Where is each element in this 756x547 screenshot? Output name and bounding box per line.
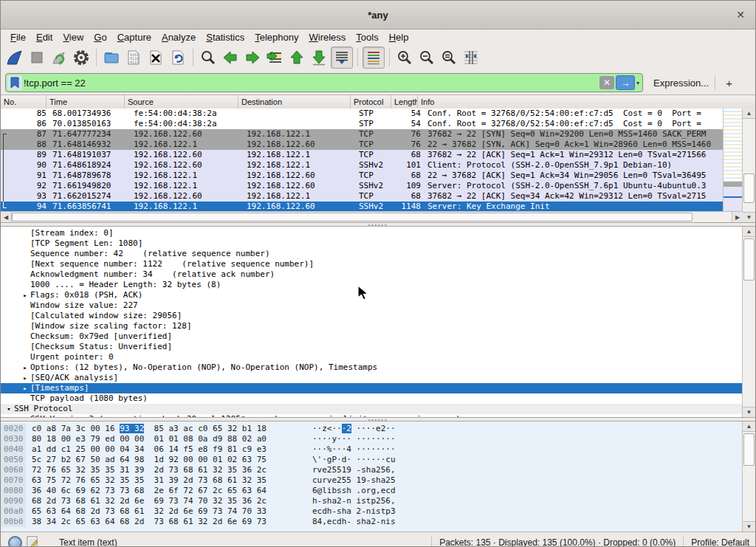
profile-status[interactable]: Profile: Default [691, 537, 749, 547]
hex-row-0080[interactable]: 008036 40 6c 69 62 73 73 68 2e 6f 72 67 … [1, 486, 743, 496]
scrollbar-thumb[interactable] [12, 213, 693, 221]
menu-go[interactable]: Go [89, 31, 111, 44]
column-header-protocol[interactable]: Protocol [351, 95, 391, 109]
find-packet-magnifier-icon[interactable] [198, 47, 219, 68]
hex-bytes[interactable]: 68 2d 73 68 61 32 2d 6e 69 73 74 70 32 3… [29, 496, 302, 506]
title-bar[interactable]: *any ✕ [1, 1, 755, 30]
scroll-right-icon[interactable]: ▶ [732, 212, 743, 222]
filter-clear-icon[interactable]: ✕ [599, 76, 614, 89]
detail-line[interactable]: ▸[Timestamps] [1, 383, 743, 393]
scroll-up-icon[interactable]: ▲ [743, 227, 755, 237]
hex-row-0030[interactable]: 003080 18 00 e3 79 ed 00 00 01 01 08 0a … [1, 434, 743, 444]
hex-ascii[interactable]: h-sha2-n istp256, [302, 496, 396, 506]
detail-line[interactable]: ▸SSH Version 2 (encryption:chacha20-poly… [1, 414, 743, 418]
hex-row-0090[interactable]: 009068 2d 73 68 61 32 2d 6e 69 73 74 70 … [1, 496, 743, 506]
hex-bytes[interactable]: 38 34 2c 65 63 64 68 2d 73 68 61 32 2d 6… [29, 517, 302, 527]
menu-wireless[interactable]: Wireless [304, 31, 351, 44]
packet-list-header[interactable]: No.TimeSourceDestinationProtocolLengthIn… [1, 95, 755, 109]
first-packet-arrow-icon[interactable] [286, 47, 307, 68]
packet-row-93[interactable]: 9371.662015274192.168.122.60192.168.122.… [1, 191, 724, 202]
detail-line[interactable]: Window size value: 227 [1, 300, 743, 311]
detail-line[interactable]: TCP payload (1080 bytes) [1, 393, 743, 404]
display-filter-input[interactable]: !tcp.port == 22 ✕ → ▾ [5, 73, 643, 92]
column-header-time[interactable]: Time [47, 95, 125, 109]
filter-text[interactable]: !tcp.port == 22 [24, 78, 599, 89]
hex-ascii[interactable]: 84,ecdh- sha2-nis [302, 517, 396, 527]
hex-bytes[interactable]: 65 63 64 68 2d 73 68 61 32 2d 6e 69 73 7… [29, 506, 302, 517]
menu-edit[interactable]: Edit [31, 31, 58, 44]
expander-collapsed-icon[interactable]: ▸ [20, 414, 30, 418]
colorize-toggle-icon[interactable] [362, 47, 385, 69]
hex-bytes[interactable]: c0 a8 7a 3c 00 16 93 32 85 a3 ac c0 65 3… [29, 424, 302, 434]
detail-line[interactable]: Checksum: 0x79ed [unverified] [1, 331, 743, 342]
detail-line[interactable]: ▸Flags: 0x018 (PSH, ACK) [1, 290, 743, 300]
expander-collapsed-icon[interactable]: ▸ [20, 383, 30, 393]
expander-collapsed-icon[interactable]: ▸ [20, 290, 30, 300]
detail-line[interactable]: [TCP Segment Len: 1080] [1, 238, 743, 249]
hex-bytes[interactable]: a1 dd c1 25 00 00 04 34 06 14 f5 e8 f9 8… [29, 444, 302, 455]
hex-ascii[interactable]: \'·gP·d· ······cu [302, 455, 396, 465]
hex-bytes[interactable]: 36 40 6c 69 62 73 73 68 2e 6f 72 67 2c 6… [29, 486, 302, 496]
menu-telephony[interactable]: Telephony [250, 31, 303, 44]
zoom-out-magnifier-icon[interactable] [416, 47, 437, 68]
menu-help[interactable]: Help [384, 31, 414, 44]
hex-bytes[interactable]: 5c 27 b2 67 50 ad 64 98 1d 92 00 00 01 0… [29, 455, 302, 465]
close-file-doc-icon[interactable] [145, 47, 166, 68]
expression-button[interactable]: Expression... [653, 78, 709, 89]
add-filter-button[interactable]: + [721, 77, 737, 89]
zoom-reset-magnifier-icon[interactable] [439, 47, 459, 68]
scroll-up-icon[interactable]: ▲ [743, 109, 755, 119]
scrollbar-thumb[interactable] [743, 173, 755, 203]
auto-scroll-toggle-icon[interactable] [331, 47, 353, 69]
open-file-folder-icon[interactable] [101, 47, 122, 68]
column-header-info[interactable]: Info [418, 95, 755, 109]
packet-row-91[interactable]: 9171.648789678192.168.122.1192.168.122.6… [1, 171, 724, 181]
packet-list-vertical-scrollbar[interactable]: ▲ ▼ [742, 109, 755, 222]
column-header-length[interactable]: Length [391, 95, 418, 109]
column-header-source[interactable]: Source [125, 95, 238, 109]
expander-expanded-icon[interactable]: ▾ [4, 404, 14, 414]
hex-row-00a0[interactable]: 00a065 63 64 68 2d 73 68 61 32 2d 6e 69 … [1, 506, 743, 517]
menu-view[interactable]: View [58, 31, 89, 44]
packet-row-86[interactable]: 8670.013850163fe:54:00:d4:38:2aSTP54Conf… [1, 119, 724, 129]
menu-tools[interactable]: Tools [351, 31, 383, 44]
packet-row-92[interactable]: 9271.661949820192.168.122.1192.168.122.6… [1, 181, 724, 191]
bytes-vertical-scrollbar[interactable]: ▲ ▼ [742, 422, 755, 531]
hex-ascii[interactable]: curve255 19-sha25 [302, 475, 396, 486]
detail-line[interactable]: Sequence number: 42 (relative sequence n… [1, 249, 743, 259]
close-window-button[interactable]: ✕ [733, 7, 748, 22]
last-packet-arrow-icon[interactable] [309, 47, 329, 68]
detail-line[interactable]: Urgent pointer: 0 [1, 352, 743, 362]
detail-line[interactable]: [Checksum Status: Unverified] [1, 342, 743, 352]
packet-row-94[interactable]: 9471.663856741192.168.122.1192.168.122.6… [1, 202, 724, 212]
capture-options-gear-icon[interactable] [71, 47, 92, 68]
detail-line[interactable]: ▸[SEQ/ACK analysis] [1, 373, 743, 383]
detail-line[interactable]: [Window size scaling factor: 128] [1, 321, 743, 331]
column-header-no[interactable]: No. [1, 95, 47, 109]
resize-columns-icon[interactable] [461, 47, 481, 68]
scrollbar-thumb[interactable] [743, 238, 755, 281]
hex-row-00b0[interactable]: 00b038 34 2c 65 63 64 68 2d 73 68 61 32 … [1, 517, 743, 527]
scroll-up-icon[interactable]: ▲ [743, 422, 755, 432]
menu-statistics[interactable]: Statistics [201, 31, 250, 44]
packet-row-87[interactable]: 8771.647777234192.168.122.60192.168.122.… [1, 129, 724, 140]
restart-capture-icon[interactable] [49, 47, 69, 68]
scroll-left-icon[interactable]: ◀ [1, 212, 12, 222]
detail-line[interactable]: [Calculated window size: 29056] [1, 311, 743, 321]
next-packet-arrow-icon[interactable] [242, 47, 263, 68]
hex-row-0040[interactable]: 0040a1 dd c1 25 00 00 04 34 06 14 f5 e8 … [1, 444, 743, 455]
packet-row-89[interactable]: 8971.648191037192.168.122.60192.168.122.… [1, 150, 724, 160]
hex-row-0020[interactable]: 0020c0 a8 7a 3c 00 16 93 32 85 a3 ac c0 … [1, 424, 743, 434]
expander-collapsed-icon[interactable]: ▸ [20, 362, 30, 373]
menu-file[interactable]: File [5, 31, 31, 44]
filter-dropdown-caret-icon[interactable]: ▾ [636, 80, 639, 86]
scroll-down-icon[interactable]: ▼ [743, 212, 755, 222]
column-header-destination[interactable]: Destination [238, 95, 351, 109]
detail-line[interactable]: [Next sequence number: 1122 (relative se… [1, 259, 743, 269]
menu-analyze[interactable]: Analyze [157, 31, 201, 44]
hex-row-0050[interactable]: 00505c 27 b2 67 50 ad 64 98 1d 92 00 00 … [1, 455, 743, 465]
reload-file-doc-icon[interactable] [168, 47, 188, 68]
hex-row-0060[interactable]: 006072 76 65 32 35 35 31 39 2d 73 68 61 … [1, 465, 743, 475]
save-file-binary-doc-icon[interactable]: 0101 0110 0113 [123, 47, 144, 68]
scroll-down-icon[interactable]: ▼ [743, 521, 755, 531]
